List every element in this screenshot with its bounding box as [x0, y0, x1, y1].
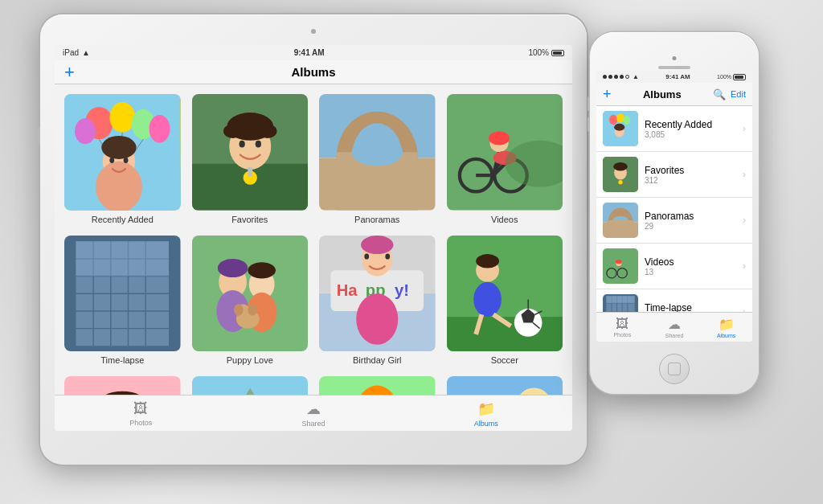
ipad-tab-photos-label: Photos	[129, 419, 152, 427]
iphone-list-info-videos: Videos 13	[645, 256, 736, 277]
svg-point-21	[255, 141, 260, 148]
ipad-album-extra[interactable]	[447, 376, 563, 395]
iphone-list-item-videos[interactable]: Videos 13 ›	[596, 244, 752, 289]
iphone-signal: ▲	[603, 73, 639, 80]
iphone-list-name-panoramas: Panoramas	[645, 211, 736, 222]
iphone-power-button	[759, 104, 761, 125]
svg-point-116	[614, 124, 624, 131]
iphone-list-count-recently-added: 3,085	[645, 130, 736, 139]
ipad-tab-shared-label: Shared	[301, 420, 325, 428]
svg-point-58	[248, 262, 276, 278]
ipad-album-image-panoramas	[319, 94, 436, 211]
ipad-album-flower[interactable]	[319, 376, 436, 395]
svg-point-18	[223, 125, 242, 138]
signal-dot-5	[625, 75, 629, 79]
ipad-battery-icon	[551, 50, 564, 56]
iphone-list-info-panoramas: Panoramas 29	[645, 211, 736, 231]
signal-dot-2	[608, 75, 612, 79]
ipad-album-thumb-extra	[447, 376, 563, 395]
iphone-list-item-recently-added[interactable]: Recently Added 3,085 ›	[596, 106, 752, 152]
iphone-list-count-videos: 13	[645, 268, 736, 277]
iphone-edit-button[interactable]: Edit	[731, 89, 746, 99]
iphone-list-count-panoramas: 29	[645, 222, 736, 231]
svg-point-63	[248, 304, 257, 315]
iphone-thumb-recently-added	[603, 111, 638, 146]
ipad-album-birthdaygirl[interactable]: Ha pp y!	[319, 236, 436, 366]
iphone-add-button[interactable]: +	[603, 87, 612, 101]
ipad-tab-shared[interactable]: ☁ Shared	[227, 399, 400, 429]
ipad-album-thumb-birthdaygirl: Ha pp y!	[319, 236, 436, 352]
iphone-time: 9:41 AM	[665, 73, 690, 80]
iphone-tab-shared[interactable]: ☁ Shared	[649, 315, 701, 340]
ipad-album-thumb-favorites	[192, 94, 309, 211]
ipad-album-videos[interactable]: Videos	[447, 94, 563, 224]
ipad-shared-icon: ☁	[306, 400, 321, 418]
svg-point-11	[101, 136, 136, 159]
iphone-list-info-timelapse: Time-lapse 24	[645, 302, 736, 313]
svg-text:y!: y!	[395, 281, 409, 299]
ipad-album-soccer[interactable]: Soccer	[447, 236, 563, 366]
ipad-album-favorites[interactable]: Favorites	[192, 94, 309, 224]
ipad-album-thumb-panoramas	[319, 94, 436, 211]
ipad-device-label: iPad	[63, 48, 79, 57]
iphone-tab-albums[interactable]: 📁 Albums	[700, 315, 752, 340]
iphone-chevron-recently-added: ›	[743, 123, 746, 134]
ipad-album-label-birthdaygirl: Birthday Girl	[353, 355, 402, 365]
ipad-album-image-flower	[319, 376, 436, 395]
ipad-wifi-icon: ▲	[82, 48, 90, 57]
ipad-album-selfie[interactable]	[64, 376, 181, 395]
iphone-chevron-favorites: ›	[743, 169, 746, 180]
iphone-tab-albums-label: Albums	[717, 333, 735, 338]
iphone-home-button[interactable]	[659, 354, 690, 384]
iphone-thumb-panoramas	[603, 203, 638, 238]
svg-point-10	[96, 162, 142, 211]
ipad-album-thumb-videos	[447, 94, 563, 211]
svg-point-130	[616, 260, 622, 264]
ipad-album-image-videos	[447, 94, 563, 211]
signal-dot-1	[603, 75, 607, 79]
iphone-list-item-timelapse[interactable]: Time-lapse 24 ›	[596, 289, 752, 312]
iphone-albums-icon: 📁	[719, 317, 735, 332]
ipad-album-image-extra	[447, 376, 563, 395]
iphone-navbar: + Albums 🔍 Edit	[596, 83, 752, 106]
ipad-tab-albums[interactable]: 📁 Albums	[399, 399, 572, 429]
iphone-shared-icon: ☁	[668, 317, 681, 332]
svg-point-39	[489, 131, 510, 145]
svg-rect-52	[76, 241, 169, 276]
iphone-list-name-timelapse: Time-lapse	[645, 302, 736, 313]
ipad-battery-label: 100%	[528, 48, 549, 57]
iphone-search-button[interactable]: 🔍	[713, 88, 726, 100]
ipad-album-panoramas[interactable]: Panoramas	[319, 94, 436, 224]
ipad-statusbar: iPad ▲ 9:41 AM 100%	[55, 45, 572, 60]
iphone-list-item-panoramas[interactable]: Panoramas 29 ›	[596, 198, 752, 244]
ipad-album-label-recently-added: Recently Added	[92, 215, 154, 224]
iphone-list-name-videos: Videos	[645, 256, 736, 268]
iphone-vol-up	[588, 96, 590, 111]
battery-fill	[553, 51, 562, 55]
svg-rect-125	[608, 220, 633, 238]
iphone-list-item-favorites[interactable]: Favorites 312 ›	[596, 152, 752, 198]
ipad-tab-albums-label: Albums	[474, 420, 498, 428]
ipad-album-recently-added[interactable]: Recently Added	[64, 94, 181, 224]
iphone-list-name-recently-added: Recently Added	[645, 119, 736, 130]
ipad-add-button[interactable]: +	[64, 64, 75, 81]
ipad-album-timelapse[interactable]: Time-lapse	[64, 236, 181, 366]
iphone-chevron-timelapse: ›	[743, 306, 746, 312]
ipad-album-mountains[interactable]	[192, 376, 309, 395]
svg-rect-23	[248, 167, 252, 177]
ipad-album-thumb-timelapse	[64, 236, 181, 352]
ipad-tab-photos[interactable]: 🖼 Photos	[55, 399, 227, 429]
iphone-list-info-favorites: Favorites 312	[645, 165, 736, 185]
ipad-album-image-timelapse	[64, 236, 181, 352]
ipad-albums-icon: 📁	[477, 400, 495, 418]
iphone-navbar-title: Albums	[643, 88, 682, 100]
iphone-tab-photos[interactable]: 🖼 Photos	[596, 315, 649, 340]
svg-point-13	[124, 158, 129, 163]
svg-point-4	[149, 115, 170, 143]
svg-point-20	[239, 141, 244, 148]
svg-point-12	[109, 158, 114, 163]
ipad-album-puppylove[interactable]: Puppy Love	[192, 236, 309, 366]
ipad-camera	[311, 29, 316, 34]
ipad-album-label-favorites: Favorites	[231, 215, 268, 224]
svg-point-113	[616, 113, 624, 122]
